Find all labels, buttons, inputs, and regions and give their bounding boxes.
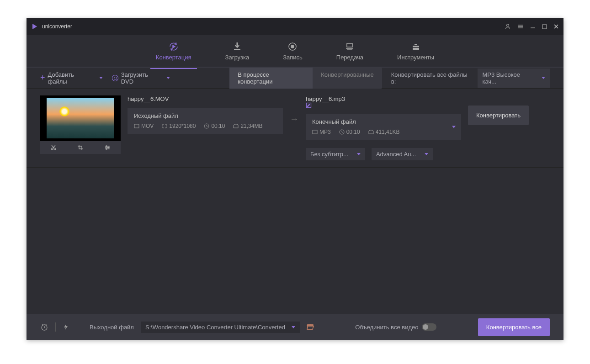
edit-filename-icon[interactable] (306, 102, 461, 108)
close-icon[interactable] (553, 24, 559, 29)
svg-marker-38 (64, 324, 68, 330)
chevron-down-icon (99, 77, 103, 79)
svg-rect-16 (347, 43, 352, 47)
tab-label: Инструменты (397, 54, 434, 61)
add-files-button[interactable]: + Добавить файлы (40, 71, 103, 85)
app-title: uniconverter (42, 23, 72, 30)
tab-label: Передача (336, 54, 363, 61)
target-filename: happy__6.mp3 (306, 95, 461, 108)
merge-wrap: Объединить все видео (355, 323, 436, 331)
svg-marker-9 (173, 45, 175, 48)
thumbnail-tools (40, 141, 121, 154)
convert-all-to-label: Конвертировать все файлы в: (391, 71, 473, 85)
chevron-down-icon (452, 126, 456, 128)
tab-download[interactable]: Загрузка (220, 37, 255, 64)
svg-marker-0 (32, 24, 37, 29)
svg-point-30 (107, 147, 108, 148)
sub-tab-converted[interactable]: Конвертированные (313, 68, 382, 89)
sub-tab-in-progress[interactable]: В процессе конвертации (229, 68, 313, 89)
svg-rect-12 (236, 42, 238, 47)
tools-icon (410, 41, 421, 52)
target-format: MP3 (312, 129, 331, 135)
output-format-select[interactable]: MP3 Высокое кач... (478, 69, 550, 88)
divider (55, 322, 56, 332)
menu-icon[interactable] (517, 23, 524, 30)
toolbar: + Добавить файлы Загрузить DVD В процесс… (27, 68, 563, 89)
subtitle-select[interactable]: Без субтитр... (306, 148, 365, 160)
source-file-box: Исходный файл MOV 1920*1080 00:10 21,34M… (128, 108, 283, 134)
schedule-icon[interactable] (40, 323, 48, 331)
file-list: happy__6.MOV Исходный файл MOV 1920*1080… (27, 89, 563, 314)
tab-tools[interactable]: Инструменты (392, 37, 440, 64)
chevron-down-icon (292, 326, 295, 328)
maximize-icon[interactable] (542, 24, 547, 29)
convert-icon (168, 41, 179, 52)
plus-icon: + (40, 73, 45, 83)
svg-point-29 (106, 146, 106, 147)
merge-label: Объединить все видео (355, 324, 418, 331)
chevron-down-icon (425, 153, 428, 155)
svg-point-1 (507, 24, 509, 26)
audio-label: Advanced Au... (376, 151, 416, 158)
arrow-icon: → (290, 114, 299, 124)
target-box-title: Конечный файл (312, 118, 455, 125)
source-meta: MOV 1920*1080 00:10 21,34MB (134, 123, 276, 129)
toolbar-right: Конвертировать все файлы в: MP3 Высокое … (391, 69, 550, 88)
svg-rect-6 (542, 25, 547, 29)
speed-icon[interactable] (63, 323, 69, 331)
download-icon (232, 41, 243, 52)
window-controls (505, 23, 559, 30)
svg-point-31 (106, 148, 106, 149)
file-row: happy__6.MOV Исходный файл MOV 1920*1080… (27, 89, 563, 168)
open-folder-icon[interactable] (307, 324, 314, 330)
tab-convert[interactable]: Конвертация (150, 37, 197, 64)
bottombar: Выходной файл S:\Wondershare Video Conve… (27, 314, 563, 340)
crop-icon[interactable] (67, 141, 94, 154)
effects-icon[interactable] (94, 141, 121, 154)
merge-toggle[interactable] (422, 323, 436, 331)
load-dvd-button[interactable]: Загрузить DVD (112, 71, 170, 85)
source-format: MOV (134, 123, 154, 129)
format-selected-label: MP3 Высокое кач... (482, 71, 535, 85)
target-dropdowns: Без субтитр... Advanced Au... (306, 148, 461, 160)
app-window: uniconverter Конвертация Загрузка Запись… (27, 18, 563, 340)
audio-select[interactable]: Advanced Au... (372, 148, 433, 160)
output-path-value: S:\Wondershare Video Converter Ultimate\… (145, 324, 285, 331)
chevron-down-icon (357, 153, 361, 155)
svg-rect-20 (415, 44, 417, 45)
svg-rect-35 (313, 130, 317, 134)
output-path-label: Выходной файл (90, 324, 134, 331)
add-files-label: Добавить файлы (48, 71, 95, 85)
source-box-title: Исходный файл (134, 112, 276, 119)
convert-all-button[interactable]: Конвертировать все (478, 318, 550, 336)
tab-label: Запись (283, 54, 303, 61)
tab-label: Конвертация (156, 54, 191, 61)
video-thumbnail[interactable] (40, 95, 121, 141)
target-meta: MP3 00:10 411,41KB (312, 129, 455, 135)
convert-button[interactable]: Конвертировать (468, 106, 529, 125)
titlebar: uniconverter (27, 18, 563, 35)
tab-transfer[interactable]: Передача (331, 37, 369, 64)
thumbnail-wrap (40, 95, 121, 154)
source-resolution: 1920*1080 (162, 123, 196, 129)
output-path-select[interactable]: S:\Wondershare Video Converter Ultimate\… (141, 322, 300, 333)
source-duration: 00:10 (204, 123, 225, 129)
target-file-box[interactable]: Конечный файл MP3 00:10 411,41KB (306, 114, 461, 140)
sub-tabs: В процессе конвертации Конвертированные (229, 68, 382, 89)
source-filename: happy__6.MOV (128, 95, 283, 102)
user-icon[interactable] (505, 23, 511, 30)
target-duration: 00:10 (339, 129, 360, 135)
trim-icon[interactable] (40, 141, 67, 154)
main-tabs: Конвертация Загрузка Запись Передача Инс… (27, 35, 563, 68)
file-info: happy__6.MOV Исходный файл MOV 1920*1080… (128, 95, 550, 160)
source-col: happy__6.MOV Исходный файл MOV 1920*1080… (128, 95, 283, 134)
svg-rect-21 (413, 47, 419, 48)
tab-label: Загрузка (225, 54, 250, 61)
chevron-down-icon (166, 77, 170, 79)
svg-rect-10 (234, 49, 240, 50)
svg-point-15 (291, 45, 294, 48)
minimize-icon[interactable] (530, 24, 536, 29)
source-size: 21,34MB (233, 123, 262, 129)
target-size: 411,41KB (368, 129, 400, 135)
tab-record[interactable]: Запись (277, 37, 308, 64)
